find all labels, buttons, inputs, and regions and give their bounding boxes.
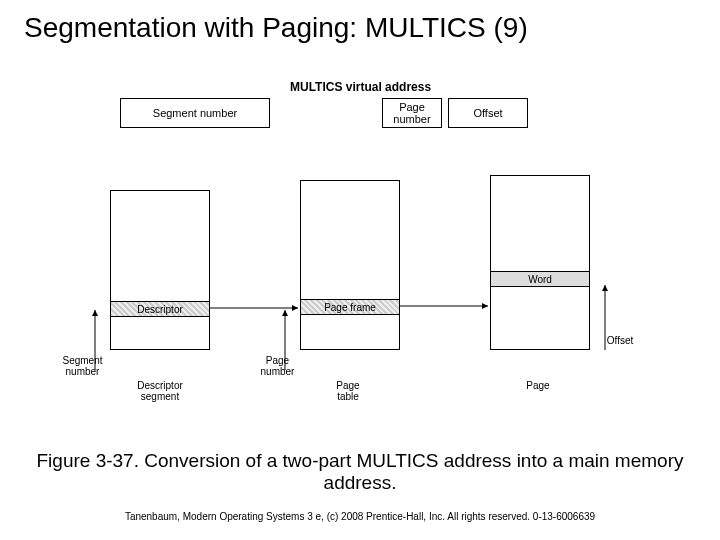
- page-caption: Page: [518, 380, 558, 391]
- virtual-address-label: MULTICS virtual address: [290, 80, 431, 94]
- copyright-footer: Tanenbaum, Modern Operating Systems 3 e,…: [0, 511, 720, 522]
- page-table-caption: Pagetable: [318, 380, 378, 402]
- figure-caption: Figure 3-37. Conversion of a two-part MU…: [0, 450, 720, 494]
- descriptor-segment-table: Descriptor: [110, 190, 210, 350]
- descriptor-caption: Descriptorsegment: [120, 380, 200, 402]
- word-entry: Word: [491, 271, 589, 287]
- page-number-arrow-label: Pagenumber: [255, 355, 300, 377]
- page-frame-entry: Page frame: [301, 299, 399, 315]
- field-page-number: Pagenumber: [382, 98, 442, 128]
- descriptor-entry: Descriptor: [111, 301, 209, 317]
- field-offset: Offset: [448, 98, 528, 128]
- descriptor-arrow-label: Segmentnumber: [55, 355, 110, 377]
- page-box: Word: [490, 175, 590, 350]
- field-gap: [276, 98, 376, 128]
- diagram-area: MULTICS virtual address Segment number P…: [60, 80, 660, 440]
- offset-arrow-label: Offset: [600, 335, 640, 346]
- page-table: Page frame: [300, 180, 400, 350]
- virtual-address-fields: Segment number Pagenumber Offset: [120, 98, 528, 128]
- slide-title: Segmentation with Paging: MULTICS (9): [0, 0, 720, 44]
- field-segment-number: Segment number: [120, 98, 270, 128]
